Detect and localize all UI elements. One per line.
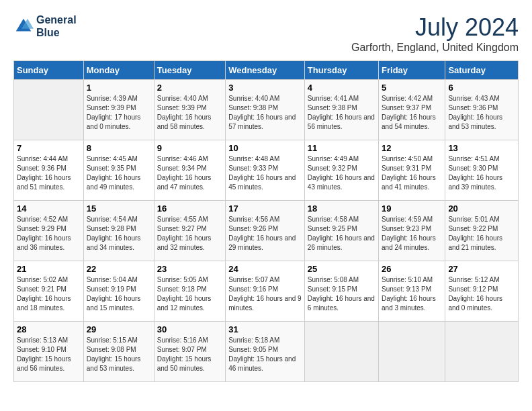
day-number: 23 [157, 264, 222, 274]
day-number: 4 [308, 83, 375, 93]
weekday-header-friday: Friday [379, 61, 445, 80]
calendar-cell: 22Sunrise: 5:04 AMSunset: 9:19 PMDayligh… [83, 261, 154, 322]
day-info: Sunrise: 5:10 AMSunset: 9:13 PMDaylight:… [382, 275, 442, 313]
day-info: Sunrise: 4:39 AMSunset: 9:39 PMDaylight:… [87, 94, 151, 132]
weekday-header-thursday: Thursday [304, 61, 378, 80]
day-info: Sunrise: 5:02 AMSunset: 9:21 PMDaylight:… [17, 275, 81, 313]
calendar-cell [14, 80, 84, 140]
calendar-cell: 15Sunrise: 4:54 AMSunset: 9:28 PMDayligh… [83, 201, 154, 261]
calendar-cell: 24Sunrise: 5:07 AMSunset: 9:16 PMDayligh… [226, 261, 305, 322]
day-number: 21 [17, 264, 81, 274]
day-number: 12 [382, 143, 442, 153]
day-number: 26 [382, 264, 442, 274]
calendar-cell: 10Sunrise: 4:48 AMSunset: 9:33 PMDayligh… [226, 140, 305, 201]
weekday-header-row: SundayMondayTuesdayWednesdayThursdayFrid… [14, 61, 519, 80]
day-info: Sunrise: 4:43 AMSunset: 9:36 PMDaylight:… [448, 94, 515, 132]
day-info: Sunrise: 4:41 AMSunset: 9:38 PMDaylight:… [308, 94, 375, 132]
day-number: 1 [87, 83, 151, 93]
calendar-cell: 28Sunrise: 5:13 AMSunset: 9:10 PMDayligh… [14, 322, 84, 382]
day-number: 29 [87, 324, 151, 334]
day-info: Sunrise: 4:44 AMSunset: 9:36 PMDaylight:… [17, 154, 81, 192]
calendar-cell: 16Sunrise: 4:55 AMSunset: 9:27 PMDayligh… [154, 201, 225, 261]
logo: General Blue [13, 13, 77, 39]
calendar-cell: 9Sunrise: 4:46 AMSunset: 9:34 PMDaylight… [154, 140, 225, 201]
day-info: Sunrise: 5:18 AMSunset: 9:05 PMDaylight:… [228, 336, 302, 373]
day-info: Sunrise: 5:12 AMSunset: 9:12 PMDaylight:… [448, 275, 515, 313]
day-info: Sunrise: 5:07 AMSunset: 9:16 PMDaylight:… [228, 275, 302, 313]
day-info: Sunrise: 4:40 AMSunset: 9:38 PMDaylight:… [228, 94, 302, 132]
day-number: 30 [157, 324, 222, 334]
weekday-header-wednesday: Wednesday [226, 61, 305, 80]
day-number: 25 [308, 264, 375, 274]
calendar-cell: 27Sunrise: 5:12 AMSunset: 9:12 PMDayligh… [445, 261, 519, 322]
calendar-cell: 7Sunrise: 4:44 AMSunset: 9:36 PMDaylight… [14, 140, 84, 201]
calendar-cell: 29Sunrise: 5:15 AMSunset: 9:08 PMDayligh… [83, 322, 154, 382]
calendar-cell: 25Sunrise: 5:08 AMSunset: 9:15 PMDayligh… [304, 261, 378, 322]
day-info: Sunrise: 4:42 AMSunset: 9:37 PMDaylight:… [382, 94, 442, 132]
calendar-cell [379, 322, 445, 382]
day-number: 5 [382, 83, 442, 93]
calendar-cell: 21Sunrise: 5:02 AMSunset: 9:21 PMDayligh… [14, 261, 84, 322]
calendar-cell: 2Sunrise: 4:40 AMSunset: 9:39 PMDaylight… [154, 80, 225, 140]
calendar-cell: 3Sunrise: 4:40 AMSunset: 9:38 PMDaylight… [226, 80, 305, 140]
day-number: 14 [17, 203, 81, 214]
day-number: 17 [228, 203, 302, 214]
day-number: 28 [17, 324, 81, 334]
calendar-cell: 14Sunrise: 4:52 AMSunset: 9:29 PMDayligh… [14, 201, 84, 261]
day-info: Sunrise: 4:49 AMSunset: 9:32 PMDaylight:… [308, 154, 375, 192]
calendar-cell: 12Sunrise: 4:50 AMSunset: 9:31 PMDayligh… [379, 140, 445, 201]
calendar-table: SundayMondayTuesdayWednesdayThursdayFrid… [13, 60, 519, 382]
title-area: July 2024 Garforth, England, United King… [351, 13, 519, 54]
logo-icon [13, 16, 34, 36]
calendar-cell: 20Sunrise: 5:01 AMSunset: 9:22 PMDayligh… [445, 201, 519, 261]
day-number: 31 [228, 324, 302, 334]
day-number: 27 [448, 264, 515, 274]
day-number: 9 [157, 143, 222, 153]
calendar-cell: 19Sunrise: 4:59 AMSunset: 9:23 PMDayligh… [379, 201, 445, 261]
day-info: Sunrise: 4:52 AMSunset: 9:29 PMDaylight:… [17, 215, 81, 253]
calendar-cell: 11Sunrise: 4:49 AMSunset: 9:32 PMDayligh… [304, 140, 378, 201]
day-number: 16 [157, 203, 222, 214]
calendar-week-1: 1Sunrise: 4:39 AMSunset: 9:39 PMDaylight… [14, 80, 519, 140]
day-info: Sunrise: 5:13 AMSunset: 9:10 PMDaylight:… [17, 336, 81, 373]
day-info: Sunrise: 5:05 AMSunset: 9:18 PMDaylight:… [157, 275, 222, 313]
weekday-header-tuesday: Tuesday [154, 61, 225, 80]
day-number: 18 [308, 203, 375, 214]
calendar-cell [304, 322, 378, 382]
weekday-header-saturday: Saturday [445, 61, 519, 80]
calendar-cell: 31Sunrise: 5:18 AMSunset: 9:05 PMDayligh… [226, 322, 305, 382]
location: Garforth, England, United Kingdom [351, 42, 519, 54]
day-number: 7 [17, 143, 81, 153]
calendar-cell: 6Sunrise: 4:43 AMSunset: 9:36 PMDaylight… [445, 80, 519, 140]
day-number: 11 [308, 143, 375, 153]
day-info: Sunrise: 5:08 AMSunset: 9:15 PMDaylight:… [308, 275, 375, 313]
calendar-cell: 1Sunrise: 4:39 AMSunset: 9:39 PMDaylight… [83, 80, 154, 140]
calendar-cell [445, 322, 519, 382]
day-info: Sunrise: 4:56 AMSunset: 9:26 PMDaylight:… [228, 215, 302, 253]
month-title: July 2024 [351, 13, 519, 42]
weekday-header-monday: Monday [83, 61, 154, 80]
day-number: 3 [228, 83, 302, 93]
day-info: Sunrise: 5:01 AMSunset: 9:22 PMDaylight:… [448, 215, 515, 253]
day-info: Sunrise: 4:54 AMSunset: 9:28 PMDaylight:… [87, 215, 151, 253]
day-number: 6 [448, 83, 515, 93]
calendar-cell: 26Sunrise: 5:10 AMSunset: 9:13 PMDayligh… [379, 261, 445, 322]
day-info: Sunrise: 4:51 AMSunset: 9:30 PMDaylight:… [448, 154, 515, 192]
calendar-week-2: 7Sunrise: 4:44 AMSunset: 9:36 PMDaylight… [14, 140, 519, 201]
calendar-cell: 30Sunrise: 5:16 AMSunset: 9:07 PMDayligh… [154, 322, 225, 382]
calendar-week-4: 21Sunrise: 5:02 AMSunset: 9:21 PMDayligh… [14, 261, 519, 322]
day-info: Sunrise: 5:15 AMSunset: 9:08 PMDaylight:… [87, 336, 151, 373]
calendar-cell: 23Sunrise: 5:05 AMSunset: 9:18 PMDayligh… [154, 261, 225, 322]
day-info: Sunrise: 4:46 AMSunset: 9:34 PMDaylight:… [157, 154, 222, 192]
day-info: Sunrise: 5:16 AMSunset: 9:07 PMDaylight:… [157, 336, 222, 373]
day-info: Sunrise: 4:48 AMSunset: 9:33 PMDaylight:… [228, 154, 302, 192]
day-info: Sunrise: 4:55 AMSunset: 9:27 PMDaylight:… [157, 215, 222, 253]
day-info: Sunrise: 5:04 AMSunset: 9:19 PMDaylight:… [87, 275, 151, 313]
day-number: 24 [228, 264, 302, 274]
day-number: 8 [87, 143, 151, 153]
calendar-cell: 8Sunrise: 4:45 AMSunset: 9:35 PMDaylight… [83, 140, 154, 201]
day-number: 13 [448, 143, 515, 153]
day-number: 10 [228, 143, 302, 153]
day-number: 2 [157, 83, 222, 93]
day-number: 20 [448, 203, 515, 214]
